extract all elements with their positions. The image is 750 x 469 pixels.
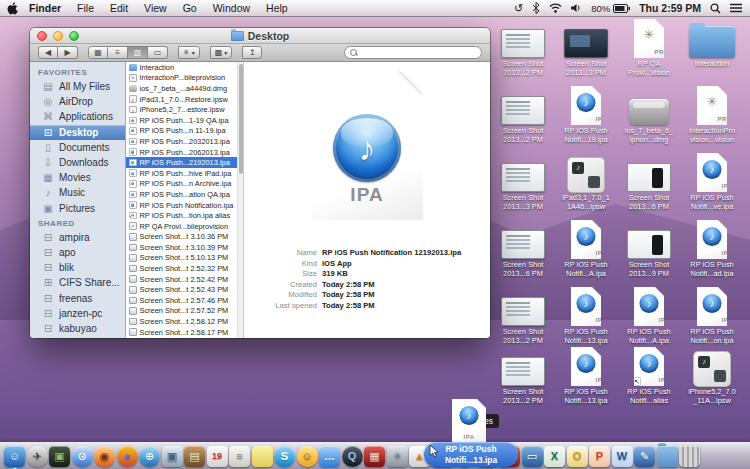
- sidebar-item-kabuyao[interactable]: ⊟ kabuyao: [30, 321, 125, 336]
- dock-textedit-icon[interactable]: ≡: [229, 446, 250, 467]
- dock-skype-icon[interactable]: S: [274, 446, 295, 467]
- table-row[interactable]: RP iOS Push...n 11-19.ipa: [126, 126, 243, 137]
- search-field[interactable]: [344, 46, 482, 59]
- desktop-icon[interactable]: Screen Shot 2013...9 PM: [620, 219, 678, 278]
- close-button[interactable]: [37, 31, 47, 41]
- dock-preview-icon[interactable]: ▣: [162, 446, 183, 467]
- dock-yahoo-messenger-icon[interactable]: ☺: [297, 446, 318, 467]
- bluetooth-icon[interactable]: [532, 2, 540, 14]
- desktop-icon[interactable]: IPA RP iOS Push Notifi...on.ipa: [683, 286, 741, 345]
- sidebar-item-cifs-share-[interactable]: ⊞ CIFS Share...: [30, 275, 125, 290]
- desktop-icon[interactable]: ios_7_beta_6_ iphon...dmg: [620, 85, 678, 144]
- zoom-button[interactable]: [69, 31, 79, 41]
- dock-iphoto-icon[interactable]: ✳: [387, 446, 408, 467]
- dock-movie-app-icon[interactable]: ▦: [364, 446, 385, 467]
- apple-menu-icon[interactable]: [6, 2, 19, 15]
- desktop-icon[interactable]: ✳PROV InteractionPro vision...vision: [683, 85, 741, 144]
- table-row[interactable]: RP iOS Push...ation QA.ipa: [126, 189, 243, 200]
- desktop-icon[interactable]: IPA RP iOS Push Notifi...A.ipa: [620, 286, 678, 345]
- dock-finder-icon[interactable]: ☺: [4, 446, 25, 467]
- sidebar-item-apo[interactable]: ⊟ apo: [30, 245, 125, 260]
- table-row[interactable]: RP iOS Push...2032013.ipa: [126, 136, 243, 147]
- time-machine-icon[interactable]: ↺: [514, 2, 523, 15]
- dock-calendar-icon[interactable]: 19: [207, 446, 228, 467]
- desktop-icon[interactable]: IPA RP iOS Push Notifi...19.ipa: [557, 85, 615, 144]
- sidebar-item-janzen-pc[interactable]: ⊟ janzen-pc: [30, 306, 125, 321]
- menu-item-help[interactable]: Help: [266, 2, 288, 14]
- table-row[interactable]: ios_7_beta_...a4449d.dmg: [126, 83, 243, 94]
- table-row[interactable]: RP iOS Push...2062013.ipa: [126, 147, 243, 158]
- sidebar-item-all-[interactable]: ◉ All...: [30, 336, 125, 338]
- table-row[interactable]: Screen Shot...t 3.10.39 PM: [126, 242, 243, 253]
- table-row[interactable]: RP iOS Push...tion.ipa alias: [126, 210, 243, 221]
- dock-stickies-icon[interactable]: [252, 446, 273, 467]
- desktop-icon[interactable]: Screen Shot 2013...6 PM: [620, 152, 678, 211]
- table-row[interactable]: iPhone5,2_7...estore.ipsw: [126, 104, 243, 115]
- desktop-icon[interactable]: iPad3,1_7.0_1 1A46...ipsw: [557, 152, 615, 211]
- desktop-icon[interactable]: Interaction: [683, 18, 741, 69]
- dock-chrome-icon[interactable]: ●: [117, 446, 138, 467]
- table-row[interactable]: InteractionP...bileprovision: [126, 73, 243, 84]
- table-row[interactable]: Screen Shot...t 2.52.42 PM: [126, 274, 243, 285]
- minimize-button[interactable]: [53, 31, 63, 41]
- window-titlebar[interactable]: Desktop: [30, 28, 490, 44]
- desktop-icon[interactable]: Screen Shot 2013...3 PM: [557, 18, 615, 77]
- dock-trash-icon[interactable]: [679, 446, 700, 467]
- table-row[interactable]: Screen Shot...t 2.57.52 PM: [126, 306, 243, 317]
- dock-quicktime-icon[interactable]: Q: [342, 446, 363, 467]
- dock-contacts-icon[interactable]: ▤: [184, 446, 205, 467]
- sidebar-item-blik[interactable]: ⊟ blik: [30, 260, 125, 275]
- sidebar-item-ampira[interactable]: ⊟ ampira: [30, 230, 125, 245]
- sidebar-item-desktop[interactable]: ⊡ Desktop: [30, 125, 125, 140]
- list-scrollbar[interactable]: [237, 62, 243, 338]
- dock-documents-folder-icon[interactable]: [657, 446, 678, 467]
- share-button[interactable]: ↥: [242, 46, 262, 59]
- arrange-menu-button[interactable]: ▩▾: [210, 46, 233, 59]
- table-row[interactable]: Interaction ▸: [126, 62, 243, 73]
- menu-item-view[interactable]: View: [144, 2, 167, 14]
- table-row[interactable]: RP iOS Push...hive iPad.ipa: [126, 168, 243, 179]
- desktop-icon[interactable]: iPhone5,2_7.0 _11A...ipsw: [683, 346, 741, 405]
- desktop-icon[interactable]: Screen Shot 2013...2 PM: [494, 346, 552, 405]
- gear-menu-button[interactable]: ✳▾: [178, 46, 200, 59]
- desktop-icon[interactable]: Screen Shot 2013...6 PM: [494, 219, 552, 278]
- sidebar-item-all-my-files[interactable]: ▤ All My Files: [30, 79, 125, 94]
- dock-xcode-icon[interactable]: ✎: [634, 446, 655, 467]
- table-row[interactable]: RP iOS Push Notification.ipa: [126, 200, 243, 211]
- menu-item-window[interactable]: Window: [213, 2, 250, 14]
- dock-messages-icon[interactable]: …: [319, 446, 340, 467]
- view-segment-3-icon[interactable]: ▭: [148, 46, 168, 59]
- dock-dark-green-app-icon[interactable]: ▣: [49, 446, 70, 467]
- view-segment-0-icon[interactable]: ▦: [88, 46, 108, 59]
- dock-powerpoint-icon[interactable]: P: [589, 446, 610, 467]
- sidebar-item-applications[interactable]: ⌘ Applications: [30, 109, 125, 124]
- dock-launchpad-icon[interactable]: ✈: [27, 446, 48, 467]
- sidebar-item-pictures[interactable]: ▣ Pictures: [30, 201, 125, 216]
- desktop-icon[interactable]: ✳PROV RP QA Provi...vision: [620, 18, 678, 77]
- battery-indicator[interactable]: 80%: [591, 3, 630, 14]
- sidebar-item-music[interactable]: ♪ Music: [30, 185, 125, 200]
- desktop-icon[interactable]: IPA RP iOS Push Notifi...alias: [620, 346, 678, 405]
- dock-google-earth-icon[interactable]: ⊕: [139, 446, 160, 467]
- menu-item-go[interactable]: Go: [183, 2, 197, 14]
- forward-button[interactable]: ▶: [58, 46, 78, 59]
- menu-item-finder[interactable]: Finder: [29, 2, 61, 14]
- table-row[interactable]: Screen Shot...t 2.57.46 PM: [126, 295, 243, 306]
- dock-toast-icon[interactable]: ▭: [522, 446, 543, 467]
- volume-icon[interactable]: [571, 3, 582, 13]
- table-row[interactable]: Screen Shot...t 2.52.32 PM: [126, 263, 243, 274]
- dock-outlook-icon[interactable]: O: [567, 446, 588, 467]
- menu-item-file[interactable]: File: [77, 2, 94, 14]
- sidebar-item-documents[interactable]: ▯ Documents: [30, 140, 125, 155]
- table-row[interactable]: Screen Shot...t 2.58.12 PM: [126, 316, 243, 327]
- wifi-icon[interactable]: [549, 3, 562, 13]
- desktop-icon[interactable]: IPA RP iOS Push Notifi...ad.ipa: [683, 219, 741, 278]
- dock-word-icon[interactable]: W: [612, 446, 633, 467]
- view-segment-2-icon[interactable]: ▥: [128, 46, 148, 59]
- dragged-ipa-icon[interactable]: IPA: [452, 399, 486, 443]
- table-row[interactable]: RP iOS Push...n Archive.ipa: [126, 179, 243, 190]
- desktop-icon[interactable]: IPA RP iOS Push Notifi...A.ipa: [557, 219, 615, 278]
- desktop-icon[interactable]: IPA RP iOS Push Notifi...ve.ipa: [683, 152, 741, 211]
- dock-safari-icon[interactable]: ⊙: [72, 446, 93, 467]
- sidebar-item-freenas[interactable]: ⊟ freenas: [30, 290, 125, 305]
